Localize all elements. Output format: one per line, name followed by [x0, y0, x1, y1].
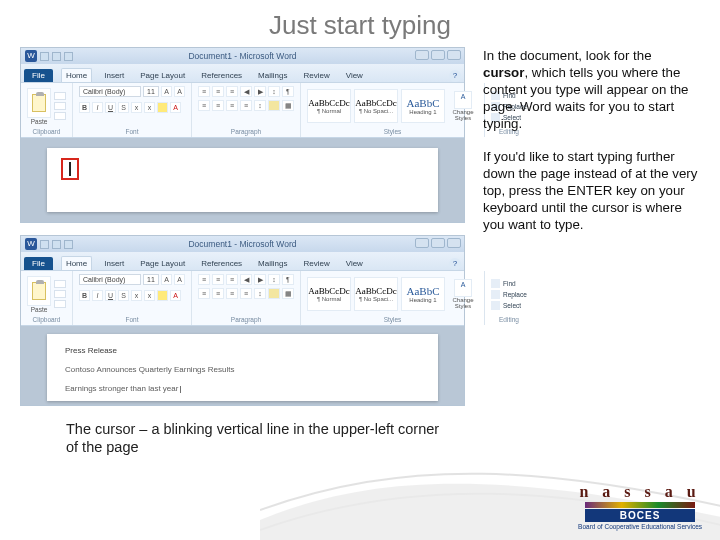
- style-heading-1[interactable]: AaBbCHeading 1: [401, 277, 445, 311]
- slide-title: Just start typing: [0, 0, 720, 47]
- logo-brand: n a s s a u: [578, 483, 702, 501]
- group-clipboard: Paste Clipboard: [21, 83, 73, 137]
- paste-button[interactable]: [27, 276, 51, 306]
- doc-line-1: Press Release: [65, 346, 420, 355]
- italic-button[interactable]: I: [92, 102, 103, 113]
- document-area-1: [21, 138, 464, 222]
- shrink-font-button[interactable]: A: [174, 86, 185, 97]
- word-screenshot-1: W Document1 - Microsoft Word File Home I…: [20, 47, 465, 223]
- underline-button[interactable]: U: [105, 102, 116, 113]
- minimize-button[interactable]: [415, 50, 429, 60]
- document-page-1[interactable]: [47, 148, 438, 212]
- group-paragraph: ≡ ≡ ≡ ◀ ▶ ↕ ¶ ≡ ≡ ≡ ≡: [192, 83, 301, 137]
- borders-button[interactable]: ▦: [282, 100, 294, 111]
- change-styles-label: Change Styles: [448, 109, 478, 121]
- tab-page-layout[interactable]: Page Layout: [136, 257, 189, 270]
- style-normal[interactable]: AaBbCcDc¶ Normal: [307, 89, 351, 123]
- logo-tagline: Board of Cooperative Educational Service…: [578, 523, 702, 530]
- subscript-button[interactable]: x: [131, 102, 142, 113]
- document-page-2[interactable]: Press Release Contoso Announces Quarterl…: [47, 334, 438, 401]
- indent-inc-button[interactable]: ▶: [254, 86, 266, 97]
- window-title-2: Document1 - Microsoft Word: [188, 239, 296, 249]
- left-column: W Document1 - Microsoft Word File Home I…: [20, 47, 465, 456]
- ribbon: Paste Clipboard Calibri (Body): [21, 82, 464, 138]
- justify-button[interactable]: ≡: [240, 100, 252, 111]
- quick-access-toolbar: W: [25, 50, 73, 62]
- maximize-button[interactable]: [431, 50, 445, 60]
- style-no-spacing[interactable]: AaBbCcDc¶ No Spaci...: [354, 89, 398, 123]
- group-label-styles: Styles: [307, 126, 478, 135]
- group-label-font: Font: [79, 126, 185, 135]
- style-no-spacing[interactable]: AaBbCcDc¶ No Spaci...: [354, 277, 398, 311]
- line-spacing-button[interactable]: ↕: [254, 100, 266, 111]
- logo-stripe: [585, 502, 695, 508]
- font-color-button[interactable]: A: [170, 102, 181, 113]
- word-titlebar-2: W Document1 - Microsoft Word: [21, 236, 464, 252]
- highlight-button[interactable]: [157, 102, 168, 113]
- font-size-select[interactable]: 11: [143, 274, 159, 285]
- right-column: In the document, look for the cursor, wh…: [483, 47, 698, 456]
- word-screenshot-2: W Document1 - Microsoft Word File Home I…: [20, 235, 465, 406]
- multilevel-button[interactable]: ≡: [226, 86, 238, 97]
- grow-font-button[interactable]: A: [161, 86, 172, 97]
- align-left-button[interactable]: ≡: [198, 100, 210, 111]
- document-area-2: Press Release Contoso Announces Quarterl…: [21, 326, 464, 405]
- text-cursor-icon: [69, 162, 71, 176]
- tab-review[interactable]: Review: [299, 257, 333, 270]
- logo-acronym: BOCES: [585, 509, 695, 522]
- tab-view[interactable]: View: [342, 69, 367, 82]
- format-painter-button[interactable]: [54, 112, 66, 120]
- shading-button[interactable]: [268, 100, 280, 111]
- align-right-button[interactable]: ≡: [226, 100, 238, 111]
- tab-mailings[interactable]: Mailings: [254, 69, 291, 82]
- window-buttons: [415, 50, 461, 60]
- tab-insert[interactable]: Insert: [100, 69, 128, 82]
- maximize-button[interactable]: [431, 238, 445, 248]
- font-name-select[interactable]: Calibri (Body): [79, 274, 141, 285]
- group-label-clipboard: Clipboard: [27, 126, 66, 135]
- bullets-button[interactable]: ≡: [198, 86, 210, 97]
- change-styles-button[interactable]: A: [454, 91, 472, 109]
- tab-mailings[interactable]: Mailings: [254, 257, 291, 270]
- paste-button[interactable]: [27, 88, 51, 118]
- tab-file[interactable]: File: [24, 257, 53, 270]
- minimize-button[interactable]: [415, 238, 429, 248]
- word-titlebar: W Document1 - Microsoft Word: [21, 48, 464, 64]
- show-marks-button[interactable]: ¶: [282, 86, 294, 97]
- superscript-button[interactable]: x: [144, 102, 155, 113]
- tab-insert[interactable]: Insert: [100, 257, 128, 270]
- numbering-button[interactable]: ≡: [212, 86, 224, 97]
- help-icon[interactable]: ?: [449, 70, 461, 82]
- close-button[interactable]: [447, 238, 461, 248]
- tab-home[interactable]: Home: [61, 256, 92, 270]
- tab-references[interactable]: References: [197, 257, 246, 270]
- bold-button[interactable]: B: [79, 102, 90, 113]
- word-app-icon: W: [25, 50, 37, 62]
- strike-button[interactable]: S: [118, 102, 129, 113]
- tab-references[interactable]: References: [197, 69, 246, 82]
- close-button[interactable]: [447, 50, 461, 60]
- style-heading-1[interactable]: AaBbCHeading 1: [401, 89, 445, 123]
- indent-dec-button[interactable]: ◀: [240, 86, 252, 97]
- paragraph-1: In the document, look for the cursor, wh…: [483, 47, 698, 132]
- font-size-select[interactable]: 11: [143, 86, 159, 97]
- tab-file[interactable]: File: [24, 69, 53, 82]
- style-normal[interactable]: AaBbCcDc¶ Normal: [307, 277, 351, 311]
- copy-button[interactable]: [54, 102, 66, 110]
- align-center-button[interactable]: ≡: [212, 100, 224, 111]
- group-styles: AaBbCcDc¶ Normal AaBbCcDc¶ No Spaci... A…: [301, 83, 485, 137]
- sort-button[interactable]: ↕: [268, 86, 280, 97]
- doc-line-2: Contoso Announces Quarterly Earnings Res…: [65, 365, 420, 374]
- tab-page-layout[interactable]: Page Layout: [136, 69, 189, 82]
- tab-view[interactable]: View: [342, 257, 367, 270]
- tab-review[interactable]: Review: [299, 69, 333, 82]
- cut-button[interactable]: [54, 92, 66, 100]
- tab-home[interactable]: Home: [61, 68, 92, 82]
- font-name-select[interactable]: Calibri (Body): [79, 86, 141, 97]
- paste-label: Paste: [31, 118, 48, 125]
- group-label-paragraph: Paragraph: [198, 126, 294, 135]
- ribbon-tabs: File Home Insert Page Layout References …: [21, 64, 464, 82]
- help-icon[interactable]: ?: [449, 258, 461, 270]
- group-font: Calibri (Body) 11 A A B I U S x x: [73, 83, 192, 137]
- nassau-boces-logo: n a s s a u BOCES Board of Cooperative E…: [578, 483, 702, 530]
